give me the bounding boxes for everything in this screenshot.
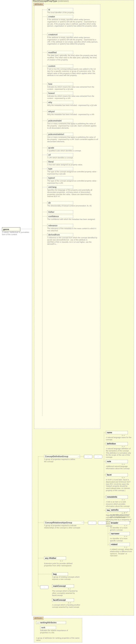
connector — [108, 510, 110, 510]
ranking-attributes-label: rankingAttributes — [40, 622, 56, 624]
elem-narrower[interactable]: narrower — [110, 532, 130, 535]
attr-how[interactable]: how — [47, 82, 73, 86]
seq-icon: ··· — [94, 455, 102, 458]
attr-desc: A qualified code which identifies a conc… — [47, 150, 98, 152]
cdg-desc: A group of properties required to define… — [44, 458, 78, 463]
attr-desc: A reference to the concept from which th… — [47, 237, 98, 245]
connector — [104, 497, 106, 497]
elem-name[interactable]: name — [106, 431, 128, 434]
cardinality: 0..∞ — [122, 446, 125, 448]
connector — [104, 432, 106, 433]
attr-desc: If set to true the corresponding propert… — [47, 68, 98, 76]
outer-title: Flex1ConceptPropType (extension) — [33, 0, 69, 2]
ranking-attributes-container: attributes grp rankingAttributes rank In… — [34, 618, 82, 642]
attr-desc: A URI which identifies a concept. — [47, 157, 98, 159]
concept-relationships-group[interactable]: ConceptRelationshipsGroup — [44, 521, 84, 524]
bag-desc: A group of existing concepts which expre… — [52, 576, 83, 580]
outer-container: Flex1ConceptPropType (extension) attribu… — [32, 0, 134, 616]
elem-definition[interactable]: definition — [106, 442, 128, 446]
seq-icon: ··· — [84, 455, 92, 458]
extension-label: (extension) — [58, 0, 68, 2]
connector — [42, 10, 47, 10]
cardinality: 0..∞ — [68, 602, 71, 604]
cardinality: 0..∞ — [124, 536, 127, 537]
rank-attribute[interactable]: rank — [40, 626, 56, 629]
attr-desc: Why the metadata has been included - exp… — [47, 114, 98, 116]
connector — [42, 162, 47, 162]
seq-icon: ··· — [40, 586, 48, 589]
connector — [42, 155, 47, 155]
attr-pubconstraint[interactable]: pubconstraint — [47, 119, 73, 122]
attr-xmllang[interactable]: xml:lang — [47, 186, 73, 189]
attr-desc: One or many constraints that apply to pu… — [47, 136, 98, 142]
connector — [104, 475, 106, 475]
connector — [38, 574, 52, 574]
attr-desc: A free-text value assigned as property v… — [47, 164, 98, 166]
elem-desc: A natural language definition of the sem… — [106, 448, 132, 458]
attr-type[interactable]: type — [47, 167, 73, 170]
elem-sameAs[interactable]: sameAs — [110, 508, 130, 512]
connector — [42, 178, 47, 178]
attr-pubconstrainturi[interactable]: pubconstrainturi — [47, 132, 73, 136]
attr-literal[interactable]: literal — [47, 160, 73, 164]
attr-relevance[interactable]: relevance — [47, 224, 73, 227]
ranking-attributes-group[interactable]: grp rankingAttributes — [36, 621, 66, 624]
root-element-genre[interactable]: genre — [2, 227, 20, 231]
rank-group-desc: A group of attributes for ranking proper… — [36, 637, 80, 642]
attr-desc: The date (and, optionally, the time) whe… — [47, 54, 98, 61]
elem-desc: An identifier of a more generic concept. — [110, 527, 133, 531]
connector — [19, 229, 32, 229]
crg-desc: A group of properties required to indica… — [44, 524, 82, 529]
connector — [82, 522, 88, 523]
attr-confidence[interactable]: confidence — [47, 215, 73, 218]
attr-other[interactable]: #other — [47, 210, 73, 214]
connector — [104, 461, 106, 462]
elem-facet[interactable]: facet — [106, 473, 128, 476]
attr-howuri[interactable]: howuri — [47, 92, 73, 95]
attr-desc: The confidence with which the metadata h… — [47, 218, 98, 220]
attr-id[interactable]: id — [47, 8, 73, 11]
elem-desc: In NAR 1.8 and later: facet is deprecate… — [106, 479, 132, 492]
attr-why[interactable]: why — [47, 101, 73, 104]
bag-element[interactable]: bag — [52, 572, 68, 576]
main-concept-element[interactable]: mainConcept — [52, 584, 74, 588]
connector — [42, 93, 47, 94]
any-other-element[interactable]: any ##other — [44, 556, 66, 560]
elem-desc: A related concept, where the relationshi… — [110, 548, 133, 557]
attr-dir[interactable]: dir — [47, 201, 73, 204]
facet-concept-element[interactable]: facetConcept — [52, 598, 74, 602]
attr-desc: The directionality of textual content (e… — [47, 205, 98, 207]
connector — [38, 558, 44, 558]
attr-desc: The local identifier of the property. — [47, 12, 98, 14]
attr-creator[interactable]: creator — [47, 15, 73, 18]
connector — [42, 169, 47, 169]
connector — [42, 134, 47, 134]
main-spine — [38, 456, 38, 586]
connector — [108, 544, 110, 545]
type-name: Flex1ConceptPropType — [33, 0, 57, 2]
attr-qcode[interactable]: qcode — [47, 146, 73, 150]
connector — [42, 212, 47, 212]
concept-definition-group[interactable]: ConceptDefinitionGroup — [44, 455, 80, 458]
connector — [42, 16, 47, 17]
connector — [42, 84, 47, 84]
connector — [108, 523, 110, 523]
elem-note[interactable]: note — [106, 460, 128, 463]
elem-remoteInfo[interactable]: remoteInfo — [106, 495, 128, 499]
attr-uri[interactable]: uri — [47, 153, 73, 156]
cardinality: 0..∞ — [122, 499, 125, 501]
connector — [42, 121, 47, 121]
attr-modified[interactable]: modified — [47, 51, 73, 54]
connector — [108, 534, 110, 534]
seq-icon: ··· — [88, 521, 96, 524]
attr-custom[interactable]: custom — [47, 64, 73, 68]
attr-desc: One or many constraints that apply to pu… — [47, 122, 98, 129]
elem-broader[interactable]: broader — [110, 521, 130, 524]
cardinality: 0..∞ — [122, 434, 125, 436]
attr-creatoruri[interactable]: creatoruri — [47, 33, 73, 36]
attr-typeuri[interactable]: typeuri — [47, 176, 73, 180]
elem-related[interactable]: related — [110, 543, 130, 546]
attr-whyuri[interactable]: whyuri — [47, 110, 73, 113]
connector — [42, 187, 47, 188]
attr-derivedfrom[interactable]: derivedfrom — [47, 233, 73, 236]
